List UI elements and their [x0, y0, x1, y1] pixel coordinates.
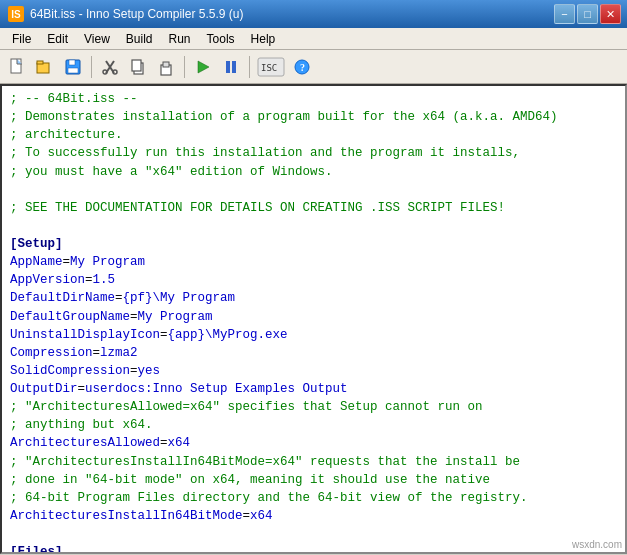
key-value-line: OutputDir=userdocs:Inno Setup Examples O…	[10, 380, 617, 398]
watermark: wsxdn.com	[572, 539, 622, 550]
comment-line: ; 64-bit Program Files directory and the…	[10, 489, 617, 507]
key-value-line: Compression=lzma2	[10, 344, 617, 362]
menu-help[interactable]: Help	[243, 29, 284, 49]
key-value-line: AppName=My Program	[10, 253, 617, 271]
svg-rect-16	[232, 61, 236, 73]
key-value-line: DefaultDirName={pf}\My Program	[10, 289, 617, 307]
svg-marker-14	[198, 61, 209, 73]
comment-line: ; To successfully run this installation …	[10, 144, 617, 162]
section-header: [Setup]	[10, 235, 617, 253]
section-header: [Files]	[10, 543, 617, 554]
svg-rect-15	[226, 61, 230, 73]
svg-text:?: ?	[300, 62, 305, 73]
svg-point-9	[113, 70, 117, 74]
toolbar-pause[interactable]	[218, 54, 244, 80]
title-bar: IS 64Bit.iss - Inno Setup Compiler 5.5.9…	[0, 0, 627, 28]
toolbar-cut[interactable]	[97, 54, 123, 80]
empty-line	[10, 181, 617, 199]
toolbar-sep-1	[91, 56, 92, 78]
comment-line: ; SEE THE DOCUMENTATION FOR DETAILS ON C…	[10, 199, 617, 217]
key-value-line: AppVersion=1.5	[10, 271, 617, 289]
comment-line: ; "ArchitecturesInstallIn64BitMode=x64" …	[10, 453, 617, 471]
menu-bar: File Edit View Build Run Tools Help	[0, 28, 627, 50]
menu-run[interactable]: Run	[161, 29, 199, 49]
code-editor[interactable]: ; -- 64Bit.iss --; Demonstrates installa…	[0, 84, 627, 554]
toolbar-compile[interactable]: ISC	[255, 54, 287, 80]
toolbar: ISC ?	[0, 50, 627, 84]
close-button[interactable]: ✕	[600, 4, 621, 24]
title-bar-buttons: − □ ✕	[554, 4, 621, 24]
comment-line: ; you must have a "x64" edition of Windo…	[10, 163, 617, 181]
title-bar-left: IS 64Bit.iss - Inno Setup Compiler 5.5.9…	[8, 6, 243, 22]
svg-text:ISC: ISC	[261, 63, 277, 73]
comment-line: ; -- 64Bit.iss --	[10, 90, 617, 108]
svg-rect-2	[37, 61, 43, 64]
menu-build[interactable]: Build	[118, 29, 161, 49]
empty-line	[10, 525, 617, 543]
svg-rect-13	[163, 62, 169, 67]
minimize-button[interactable]: −	[554, 4, 575, 24]
toolbar-sep-3	[249, 56, 250, 78]
key-value-line: DefaultGroupName=My Program	[10, 308, 617, 326]
comment-line: ; anything but x64.	[10, 416, 617, 434]
app-icon: IS	[8, 6, 24, 22]
menu-tools[interactable]: Tools	[199, 29, 243, 49]
window-title: 64Bit.iss - Inno Setup Compiler 5.5.9 (u…	[30, 7, 243, 21]
menu-file[interactable]: File	[4, 29, 39, 49]
svg-rect-11	[132, 60, 141, 71]
comment-line: ; done in "64-bit mode" on x64, meaning …	[10, 471, 617, 489]
menu-view[interactable]: View	[76, 29, 118, 49]
toolbar-save[interactable]	[60, 54, 86, 80]
maximize-button[interactable]: □	[577, 4, 598, 24]
key-value-line: ArchitecturesInstallIn64BitMode=x64	[10, 507, 617, 525]
svg-rect-4	[69, 60, 75, 65]
svg-rect-0	[11, 59, 21, 73]
toolbar-run[interactable]	[190, 54, 216, 80]
svg-point-8	[103, 70, 107, 74]
comment-line: ; "ArchitecturesAllowed=x64" specifies t…	[10, 398, 617, 416]
key-value-line: SolidCompression=yes	[10, 362, 617, 380]
toolbar-help[interactable]: ?	[289, 54, 315, 80]
comment-line: ; architecture.	[10, 126, 617, 144]
key-value-line: UninstallDisplayIcon={app}\MyProg.exe	[10, 326, 617, 344]
toolbar-sep-2	[184, 56, 185, 78]
toolbar-copy[interactable]	[125, 54, 151, 80]
comment-line: ; Demonstrates installation of a program…	[10, 108, 617, 126]
key-value-line: ArchitecturesAllowed=x64	[10, 434, 617, 452]
menu-edit[interactable]: Edit	[39, 29, 76, 49]
toolbar-new[interactable]	[4, 54, 30, 80]
toolbar-paste[interactable]	[153, 54, 179, 80]
empty-line	[10, 217, 617, 235]
svg-rect-5	[68, 68, 78, 73]
toolbar-open[interactable]	[32, 54, 58, 80]
